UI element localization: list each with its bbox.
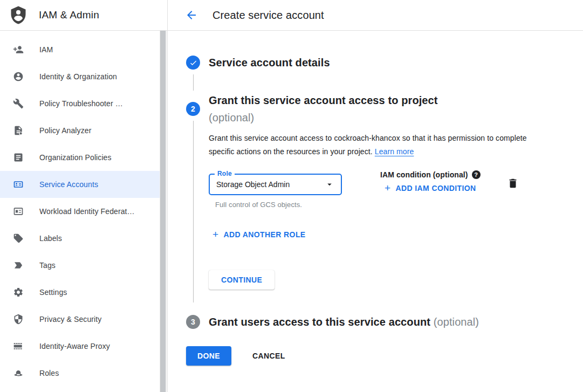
shield-icon <box>13 314 24 325</box>
wrench-icon <box>13 98 24 109</box>
sidebar-item-label: Identity-Aware Proxy <box>39 342 110 350</box>
sidebar-item-roles[interactable]: Roles <box>0 360 160 387</box>
label-icon <box>13 233 24 244</box>
step2-number-badge: 2 <box>186 102 200 116</box>
sidebar-item-label: Service Accounts <box>39 180 98 189</box>
step-connector-line <box>193 74 194 91</box>
add-iam-condition-label: ADD IAM CONDITION <box>395 184 476 192</box>
main-panel: Create service account Service account d… <box>168 0 583 392</box>
sidebar-item-label: Policy Analyzer <box>39 126 91 135</box>
role-column: Role Storage Object Admin Full control o… <box>209 174 342 209</box>
role-selected-value: Storage Object Admin <box>216 180 325 189</box>
workload-identity-icon <box>13 206 24 217</box>
step2-rail: 2 <box>186 92 200 304</box>
step3-title: Grant users access to this service accou… <box>209 313 583 331</box>
cancel-button[interactable]: CANCEL <box>248 346 290 366</box>
add-another-role-button[interactable]: + ADD ANOTHER ROLE <box>212 230 306 239</box>
tag-icon <box>13 260 24 271</box>
step2-title: Grant this service account access to pro… <box>209 92 583 126</box>
step3-optional-label: (optional) <box>434 316 479 328</box>
role-helper-text: Full control of GCS objects. <box>215 201 342 209</box>
sidebar-item-workload-identity-federation[interactable]: Workload Identity Federat… <box>0 198 160 225</box>
sidebar-item-identity-aware-proxy[interactable]: Identity-Aware Proxy <box>0 333 160 360</box>
sidebar-item-label: Tags <box>39 261 56 270</box>
iam-condition-column: IAM condition (optional) ? + ADD IAM CON… <box>380 170 481 209</box>
iap-icon <box>13 341 24 352</box>
add-iam-condition-button[interactable]: + ADD IAM CONDITION <box>385 184 476 192</box>
sidebar-nav: IAM Identity & Organization Policy Troub… <box>0 31 167 387</box>
sidebar-item-policy-troubleshooter[interactable]: Policy Troubleshooter … <box>0 90 160 117</box>
service-accounts-icon <box>13 179 24 190</box>
sidebar-item-label: Workload Identity Federat… <box>39 207 135 216</box>
continue-button[interactable]: CONTINUE <box>209 270 275 290</box>
step2-description-text: Grant this service account access to coc… <box>209 134 527 156</box>
sidebar-item-privacy-security[interactable]: Privacy & Security <box>0 306 160 333</box>
step3-rail: 3 <box>186 313 200 331</box>
step1-complete-check-icon <box>186 56 200 70</box>
learn-more-link[interactable]: Learn more <box>375 147 414 156</box>
person-add-icon <box>13 44 24 55</box>
role-field-label: Role <box>215 170 235 177</box>
step2-description: Grant this service account access to coc… <box>209 132 528 159</box>
org-policies-icon <box>13 152 24 163</box>
plus-icon: + <box>385 184 391 192</box>
sidebar-item-policy-analyzer[interactable]: Policy Analyzer <box>0 117 160 144</box>
policy-analyzer-icon <box>13 125 24 136</box>
step-grant-access-to-project: 2 Grant this service account access to p… <box>186 92 583 304</box>
add-another-role-label: ADD ANOTHER ROLE <box>224 230 306 239</box>
footer-actions: DONE CANCEL <box>186 346 583 366</box>
sidebar-item-label: Organization Policies <box>39 153 112 162</box>
step1-rail <box>186 54 200 92</box>
arrow-back-icon <box>185 9 198 22</box>
done-button[interactable]: DONE <box>186 346 231 366</box>
hat-icon <box>13 368 24 379</box>
wizard-content: Service account details 2 Grant this ser… <box>168 31 583 366</box>
sidebar-scrollbar[interactable] <box>160 31 167 392</box>
app-window: IAM & Admin IAM Identity & Organization <box>0 0 583 392</box>
role-row: Role Storage Object Admin Full control o… <box>209 174 583 209</box>
sidebar-item-iam[interactable]: IAM <box>0 36 160 63</box>
sidebar-item-tags[interactable]: Tags <box>0 252 160 279</box>
sidebar-item-label: Roles <box>39 369 59 377</box>
sidebar: IAM & Admin IAM Identity & Organization <box>0 0 168 392</box>
sidebar-item-identity-organization[interactable]: Identity & Organization <box>0 63 160 90</box>
sidebar-header: IAM & Admin <box>0 0 167 31</box>
sidebar-item-label: Labels <box>39 234 62 243</box>
step3-number: 3 <box>191 318 195 326</box>
chevron-down-icon <box>325 180 334 189</box>
sidebar-item-labels[interactable]: Labels <box>0 225 160 252</box>
iam-admin-shield-icon <box>8 4 29 26</box>
sidebar-item-label: Privacy & Security <box>39 315 101 324</box>
sidebar-item-organization-policies[interactable]: Organization Policies <box>0 144 160 171</box>
step2-title-text: Grant this service account access to pro… <box>209 94 438 106</box>
back-button[interactable] <box>182 5 201 25</box>
step3-number-badge: 3 <box>186 315 200 329</box>
help-icon[interactable]: ? <box>472 170 481 179</box>
trash-icon <box>507 177 519 189</box>
iam-condition-label: IAM condition (optional) <box>380 170 468 179</box>
sidebar-item-service-accounts[interactable]: Service Accounts <box>0 171 160 198</box>
gear-icon <box>13 287 24 298</box>
plus-icon: + <box>212 231 219 238</box>
step1-title: Service account details <box>209 54 583 71</box>
sidebar-title: IAM & Admin <box>39 9 99 21</box>
page-title: Create service account <box>212 9 324 22</box>
sidebar-item-label: Settings <box>39 288 67 297</box>
page-header: Create service account <box>168 0 583 31</box>
identity-icon <box>13 71 24 82</box>
step-grant-users-access: 3 Grant users access to this service acc… <box>186 313 583 331</box>
step-connector-line <box>193 121 194 302</box>
scrollbar-thumb[interactable] <box>160 31 166 392</box>
role-select[interactable]: Role Storage Object Admin <box>209 174 342 195</box>
step2-number: 2 <box>191 105 195 113</box>
delete-role-button[interactable] <box>507 177 519 189</box>
step3-title-text: Grant users access to this service accou… <box>209 316 430 328</box>
sidebar-item-settings[interactable]: Settings <box>0 279 160 306</box>
sidebar-item-label: Identity & Organization <box>39 72 117 81</box>
step-service-account-details: Service account details <box>186 54 583 92</box>
sidebar-item-label: IAM <box>39 45 53 54</box>
sidebar-item-label: Policy Troubleshooter … <box>39 99 123 108</box>
step2-optional-label: (optional) <box>209 112 254 123</box>
